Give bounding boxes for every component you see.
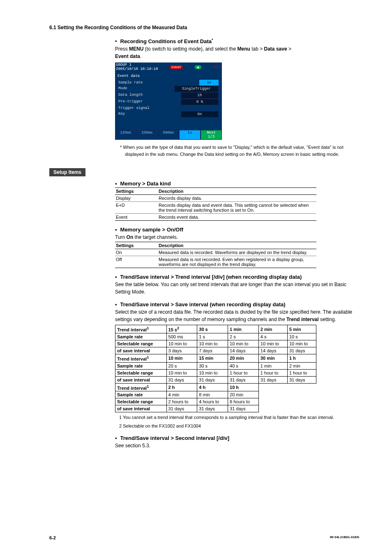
grid-note-1: 1 You cannot set a trend interval that c… [119, 414, 359, 421]
memory-sample-block: •Memory sample > On/Off Turn On the targ… [115, 227, 359, 268]
ss-button: 125ms [115, 130, 136, 140]
device-screenshot: GROUP 12005/10/10 10:10:10 EVENT ◉ •)) E… [115, 62, 222, 140]
table-row: DisplayRecords display data. [115, 195, 316, 202]
save-interval-block: •Trend/Save interval > Save interval (wh… [115, 301, 359, 429]
section-header: 6.1 Setting the Recording Conditions of … [49, 25, 359, 30]
table-row: OnMeasured data is recorded. Waveforms a… [115, 249, 316, 256]
recording-conditions-block: • Recording Conditions of Event Data* Pr… [115, 38, 359, 157]
alarm-icon: •)) [214, 65, 221, 69]
ss-button: 1s [179, 130, 201, 140]
recording-conditions-body: Press MENU (to switch to setting mode), … [115, 45, 359, 60]
trend-interval-block: •Trend/Save interval > Trend interval [/… [115, 274, 359, 296]
memory-datakind-block: •Memory > Data kind SettingsDescription … [115, 180, 359, 221]
setup-items-tag: Setup Items [49, 168, 85, 176]
table-row: OffMeasured data is not recorded. Even w… [115, 256, 316, 268]
memsample-table: SettingsDescription OnMeasured data is r… [115, 242, 316, 268]
event-badge: EVENT [170, 65, 182, 69]
ss-button: 500ms [158, 130, 179, 140]
grid-note-2: 2 Selectable on the FX1002 and FX1004 [119, 423, 359, 430]
interval-grid: Trend interval115 s230 s1 min2 min5 minS… [115, 325, 316, 412]
second-interval-block: •Trend/Save interval > Second interval [… [115, 435, 359, 449]
record-icon: ◉ [195, 65, 202, 69]
ss-button: Next 1/3 [201, 130, 222, 140]
datakind-table: SettingsDescription DisplayRecords displ… [115, 187, 316, 221]
recording-conditions-title: • Recording Conditions of Event Data* [115, 38, 359, 44]
table-row: EventRecords event data. [115, 214, 316, 221]
footnote-star: * When you set the type of data that you… [118, 144, 359, 157]
page-footer: 6-2 IM 04L21B01-01EN [49, 535, 359, 540]
table-row: E+DRecords display data and event data. … [115, 202, 316, 214]
ss-button: 250ms [136, 130, 158, 140]
